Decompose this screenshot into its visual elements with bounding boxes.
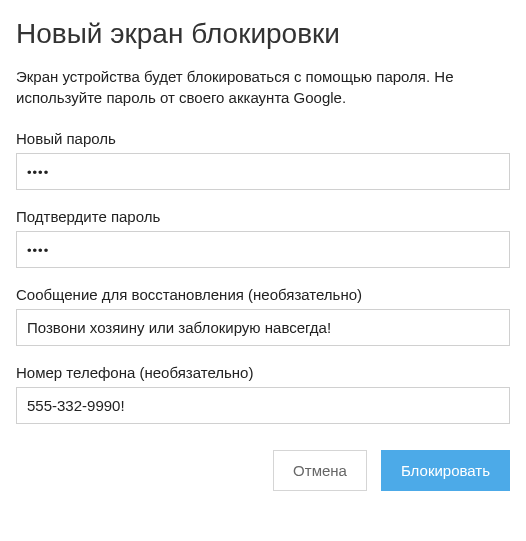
new-password-group: Новый пароль •••• <box>16 130 510 190</box>
button-row: Отмена Блокировать <box>16 450 510 491</box>
confirm-password-group: Подтвердите пароль •••• <box>16 208 510 268</box>
page-title: Новый экран блокировки <box>16 18 510 50</box>
confirm-password-label: Подтвердите пароль <box>16 208 510 225</box>
recovery-message-input[interactable] <box>16 309 510 346</box>
recovery-message-label: Сообщение для восстановления (необязател… <box>16 286 510 303</box>
phone-number-group: Номер телефона (необязательно) <box>16 364 510 424</box>
lock-button[interactable]: Блокировать <box>381 450 510 491</box>
confirm-password-input[interactable]: •••• <box>16 231 510 268</box>
new-password-input[interactable]: •••• <box>16 153 510 190</box>
recovery-message-group: Сообщение для восстановления (необязател… <box>16 286 510 346</box>
new-password-label: Новый пароль <box>16 130 510 147</box>
phone-number-label: Номер телефона (необязательно) <box>16 364 510 381</box>
page-subtitle: Экран устройства будет блокироваться с п… <box>16 66 510 108</box>
phone-number-input[interactable] <box>16 387 510 424</box>
cancel-button[interactable]: Отмена <box>273 450 367 491</box>
